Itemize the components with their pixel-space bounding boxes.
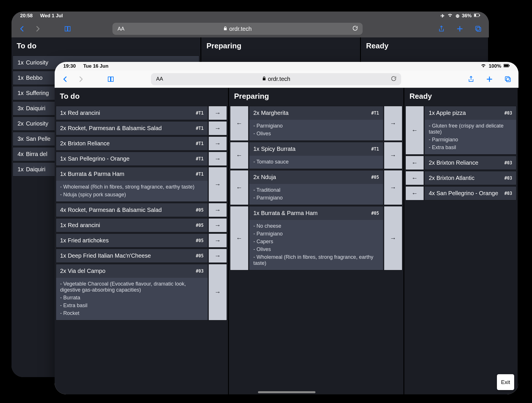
share-icon[interactable] xyxy=(437,24,446,34)
item-tag: #03 xyxy=(196,269,204,274)
item-tag: #T1 xyxy=(371,147,379,152)
move-prev-button[interactable]: ← xyxy=(230,106,248,140)
battery-pct: 100% xyxy=(489,63,501,69)
item-name: Suffering xyxy=(26,90,49,96)
move-next-button[interactable]: → xyxy=(209,218,227,232)
battery-pct: 36% xyxy=(462,13,472,19)
new-tab-icon[interactable] xyxy=(455,24,465,34)
move-next-button[interactable]: → xyxy=(209,264,227,320)
item-tag: #03 xyxy=(504,160,512,166)
share-icon[interactable] xyxy=(466,74,476,84)
move-prev-button[interactable]: ← xyxy=(230,142,248,169)
url-box[interactable]: AA ordr.tech xyxy=(151,73,401,85)
item-name: Curiosity xyxy=(26,120,48,127)
move-prev-button[interactable]: ← xyxy=(230,170,248,205)
forward-button[interactable] xyxy=(76,74,86,84)
ipad-front-frame: 19:30 Tue 16 Jun 100% AA ordr.tech To do xyxy=(55,62,518,394)
move-prev-button[interactable]: ← xyxy=(406,187,424,200)
move-next-button[interactable]: → xyxy=(384,142,402,169)
svg-rect-3 xyxy=(476,26,480,30)
arrow-left-icon: ← xyxy=(412,127,418,134)
preparing-header: Preparing xyxy=(201,37,360,56)
svg-rect-9 xyxy=(506,78,510,82)
order-card: 1x Burrata & Parma Ham#T1- Wholemeal (Ri… xyxy=(56,167,227,202)
move-next-button[interactable]: → xyxy=(209,106,227,120)
move-next-button[interactable]: → xyxy=(384,106,402,140)
card-content: 2x Rocket, Parmesan & Balsamic Salad#T1 xyxy=(56,121,208,135)
wifi-icon xyxy=(447,13,453,19)
move-next-button[interactable]: → xyxy=(209,137,227,150)
url-box[interactable]: AA ordr.tech xyxy=(112,23,363,35)
move-next-button[interactable]: → xyxy=(209,234,227,247)
move-prev-button[interactable]: ← xyxy=(406,106,424,154)
move-next-button[interactable]: → xyxy=(209,152,227,166)
item-mod: - Parmigiano xyxy=(253,194,379,202)
reload-icon[interactable] xyxy=(352,25,358,33)
bookmarks-icon[interactable] xyxy=(106,74,116,84)
item-mods: - Vegetable Charcoal (Evocative flavour,… xyxy=(56,278,208,320)
move-prev-button[interactable]: ← xyxy=(406,156,424,170)
item-mod: - Parmigiano xyxy=(429,136,512,144)
arrow-right-icon: → xyxy=(215,140,221,147)
item-title: 1x Spicy Burrata xyxy=(253,146,296,152)
item-tag: #T1 xyxy=(196,172,204,177)
new-tab-icon[interactable] xyxy=(485,74,494,84)
arrow-right-icon: → xyxy=(390,184,396,191)
move-prev-button[interactable]: ← xyxy=(406,171,424,185)
todo-header: To do xyxy=(12,37,200,56)
item-tag: #T1 xyxy=(196,156,204,161)
battery-icon xyxy=(504,63,510,69)
airplane-icon: ✈︎ xyxy=(441,13,445,19)
item-mods: - Gluten free (crispy and delicate taste… xyxy=(425,120,516,154)
item-mod: - Extra basil xyxy=(429,144,512,151)
home-indicator[interactable] xyxy=(258,391,315,393)
item-title: 2x Rocket, Parmesan & Balsamic Salad xyxy=(60,125,162,132)
svg-rect-1 xyxy=(474,14,476,16)
arrow-right-icon: → xyxy=(215,109,221,117)
lock-rotation-icon: ⊕ xyxy=(456,13,460,19)
item-mod: - Parmigiano xyxy=(253,230,379,238)
back-button[interactable] xyxy=(17,24,27,34)
item-mod: - Burrata xyxy=(60,294,204,302)
forward-button[interactable] xyxy=(33,24,43,34)
url-domain: ordr.tech xyxy=(229,26,252,32)
item-mod: - Traditional xyxy=(253,186,379,194)
exit-button[interactable]: Exit xyxy=(497,374,514,390)
item-tag: #05 xyxy=(196,238,204,243)
item-mod: - Capers xyxy=(253,238,379,246)
item-qty: 3x xyxy=(18,105,24,111)
order-card: ←2x Brixton Atlantic#03 xyxy=(405,171,516,185)
order-card: 1x Deep Fried Italian Mac'n'Cheese#05→ xyxy=(56,249,227,263)
text-size-icon[interactable]: AA xyxy=(118,26,125,32)
item-qty: 3x xyxy=(18,136,24,142)
arrow-right-icon: → xyxy=(215,252,221,260)
bookmarks-icon[interactable] xyxy=(63,24,72,34)
arrow-left-icon: ← xyxy=(412,190,418,197)
item-tag: #T1 xyxy=(196,111,204,116)
move-next-button[interactable]: → xyxy=(209,121,227,135)
move-next-button[interactable]: → xyxy=(384,170,402,205)
tabs-icon[interactable] xyxy=(503,74,513,84)
item-qty: 2x xyxy=(18,120,24,127)
back-button[interactable] xyxy=(60,74,70,84)
browser-bar: AA ordr.tech xyxy=(55,71,518,88)
arrow-right-icon: → xyxy=(215,181,221,188)
order-card: 2x Rocket, Parmesan & Balsamic Salad#T1→ xyxy=(56,121,227,135)
order-card: 2x Via del Campo#03- Vegetable Charcoal … xyxy=(56,264,227,320)
move-next-button[interactable]: → xyxy=(209,249,227,263)
order-card: ←2x Margherita#T1- Parmigiano- Olives→ xyxy=(230,106,402,141)
move-next-button[interactable]: → xyxy=(209,167,227,202)
item-name: Daiquiri xyxy=(26,166,45,172)
move-prev-button[interactable]: ← xyxy=(230,206,248,270)
svg-rect-4 xyxy=(477,27,481,31)
item-title: 4x San Pellegrino - Orange xyxy=(429,190,498,197)
preparing-header: Preparing xyxy=(229,88,403,106)
reload-icon[interactable] xyxy=(391,75,397,83)
move-next-button[interactable]: → xyxy=(209,203,227,217)
tabs-icon[interactable] xyxy=(473,24,483,34)
item-mods: - Wholemeal (Rich in fibres, strong frag… xyxy=(56,181,208,202)
item-tag: #T1 xyxy=(371,111,379,116)
move-next-button[interactable]: → xyxy=(384,206,402,270)
text-size-icon[interactable]: AA xyxy=(156,76,163,82)
order-card: 1x Red arancini#T1→ xyxy=(56,106,227,120)
